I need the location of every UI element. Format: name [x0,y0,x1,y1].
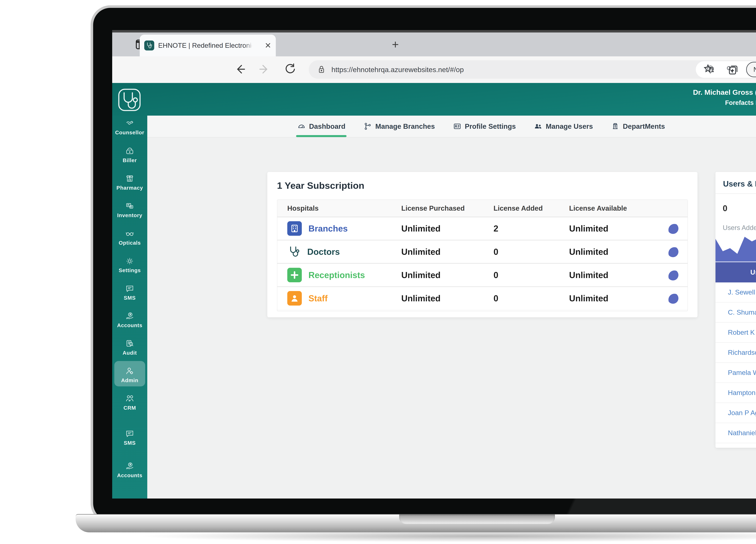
users-profiles-card: Users & Profiles 0 Users Added 0 Profile… [715,172,756,448]
sidebar-item-admin[interactable]: Admin [112,365,147,383]
tab-title: EHNOTE | Redefined Electronic H [158,42,252,49]
subscription-table-header: Hospitals License Purchased License Adde… [277,200,688,217]
users-icon [534,122,542,131]
tab-manage-branches[interactable]: Manage Branches [363,116,435,137]
forward-icon[interactable] [258,62,271,76]
opticals-icon [112,228,147,238]
user-list-item[interactable]: Robert K A [715,322,756,343]
tab-manage-users[interactable]: Manage Users [534,116,593,137]
back-icon[interactable] [233,62,247,76]
sms-chat-icon [112,283,147,293]
laptop-base [76,514,756,532]
staff-person-icon [287,291,302,305]
branches-building-icon [287,221,302,236]
tab-title-fade [244,38,258,53]
browser-window: EHNOTE | Redefined Electronic H ✕ + [112,30,756,498]
accounts-rupee-icon [112,310,147,321]
tab-profile-settings[interactable]: Profile Settings [453,116,516,137]
app-nav-bar: Dashboard Manage Branches Profile Settin… [147,116,756,138]
browser-toolbar: https://ehnotehrqa.azurewebsites.net/#/o… [112,56,756,83]
sidebar-item-audit[interactable]: Audit [112,338,147,356]
url-text: https://ehnotehrqa.azurewebsites.net/#/o… [331,65,464,74]
divider [715,194,756,194]
profile-button-label: Not syncing [753,66,756,73]
app-sidebar: Counsellor Biller Pharmacy Inventory Opt… [112,116,147,498]
sidebar-item-sms[interactable]: SMS [112,283,147,301]
users-profiles-title: Users & Profiles [723,179,756,188]
user-list-item[interactable]: Hampton Erin A [715,383,756,403]
refresh-icon[interactable] [283,62,297,76]
laptop-base-notch [399,515,555,524]
sidebar-item-sms-2[interactable]: SMS [112,428,147,446]
subscription-title: 1 Year Subscription [277,180,364,191]
user-list-item[interactable]: C. Shuman Mark [715,302,756,322]
settings-gear-icon [112,255,147,266]
branches-icon [363,122,372,131]
user-list-item[interactable]: Nathaniel D Clark [715,423,756,443]
header-user-name: Dr. Michael Gross (Doctor) [693,88,756,96]
profile-button[interactable]: Not syncing [746,61,756,78]
users-list: J. Sewell Brown C. Shuman Mark Robert K … [715,282,756,443]
web-page: Dr. Michael Gross (Doctor) Forefacts Eye… [112,83,756,498]
app-header: Dr. Michael Gross (Doctor) Forefacts Eye… [112,83,756,116]
screenshot-stage: EHNOTE | Redefined Electronic H ✕ + [0,0,756,544]
receptionists-plus-icon [287,268,302,282]
user-list-item[interactable]: J. Sewell Brown [715,282,756,302]
doctors-stethoscope-icon [287,245,301,259]
user-list-item[interactable]: Joan P Agnew [715,403,756,423]
sidebar-item-pharmacy[interactable]: Pharmacy [112,173,147,191]
active-tab-underline [296,135,347,137]
collections-icon[interactable] [727,61,739,78]
biller-icon [112,145,147,156]
subscription-card: 1 Year Subscription Hospitals License Pu… [267,172,697,317]
subscription-table: Hospitals License Purchased License Adde… [277,200,688,311]
sidebar-item-settings[interactable]: Settings [112,255,147,273]
header-clinic-name: Forefacts Eye Care [693,99,756,106]
sidebar-item-accounts-2[interactable]: Accounts [112,460,147,478]
sidebar-item-inventory[interactable]: Inventory [112,200,147,218]
ehnote-logo [118,88,141,112]
new-tab-button[interactable]: + [392,39,399,50]
receptionists-toggle-icon[interactable] [668,270,678,280]
table-row-doctors: Doctors Unlimited 0 Unlimited [277,241,688,264]
accounts-rupee-icon-2 [112,460,147,471]
browser-tab-strip: EHNOTE | Redefined Electronic H ✕ + [112,33,756,56]
departments-icon [611,122,619,131]
tab-dashboard[interactable]: Dashboard [297,116,345,137]
user-list-item[interactable]: Richardson Michael [715,343,756,363]
users-sparkline [715,235,756,262]
sidebar-item-accounts[interactable]: Accounts [112,310,147,328]
sidebar-item-crm[interactable]: CRM [112,393,147,411]
sidebar-item-opticals[interactable]: Opticals [112,228,147,246]
sidebar-item-biller[interactable]: Biller [112,145,147,163]
tab-close-icon[interactable]: ✕ [265,41,271,50]
table-row-branches: Branches Unlimited 2 Unlimited [277,217,688,241]
audit-icon [112,338,147,348]
staff-toggle-icon[interactable] [668,293,678,304]
users-profiles-list-tabs: Users List Profiles List [715,262,756,282]
doctors-toggle-icon[interactable] [668,246,678,257]
counsellor-icon [112,117,147,128]
inventory-icon [112,200,147,211]
profile-card-icon [453,122,461,131]
tab-departments[interactable]: DepartMents [611,116,665,137]
browser-tab-active[interactable]: EHNOTE | Redefined Electronic H ✕ [140,35,276,56]
pharmacy-icon [112,173,147,183]
ehnote-favicon [144,41,154,51]
table-row-receptionists: Receptionists Unlimited 0 Unlimited [277,264,688,287]
dashboard-icon [297,122,306,131]
sidebar-item-counsellor[interactable]: Counsellor [112,117,147,136]
crm-icon [112,393,147,403]
table-row-staff: Staff Unlimited 0 Unlimited [277,287,688,309]
lock-icon [317,65,326,74]
favorites-hub-icon[interactable] [703,61,715,78]
branches-toggle-icon[interactable] [668,223,678,234]
sms-chat-icon-2 [112,428,147,438]
address-bar[interactable]: https://ehnotehrqa.azurewebsites.net/#/o… [309,60,756,79]
tab-users-list[interactable]: Users List [715,262,756,282]
header-user-info: Dr. Michael Gross (Doctor) Forefacts Eye… [693,88,756,106]
user-list-item[interactable]: Pamela W Peed [715,363,756,383]
